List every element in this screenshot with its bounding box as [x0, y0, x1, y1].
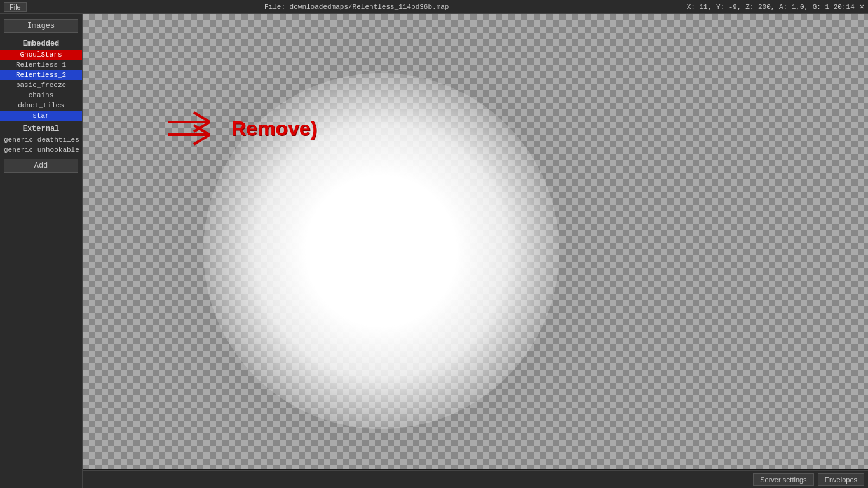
sidebar-item-relentless2[interactable]: Relentless_2: [0, 70, 82, 80]
sidebar-item-relentless1[interactable]: Relentless_1: [0, 60, 82, 70]
embedded-label: Embedded: [0, 39, 82, 48]
annotation: Remove): [165, 109, 317, 147]
envelopes-button[interactable]: Envelopes: [818, 473, 864, 486]
sidebar-item-generic-unhookable[interactable]: generic_unhookable: [0, 145, 82, 155]
close-button[interactable]: ✕: [860, 2, 864, 11]
arrow-icon: [165, 109, 229, 147]
sidebar-item-star[interactable]: star: [0, 111, 82, 121]
server-settings-button[interactable]: Server settings: [753, 473, 813, 486]
images-button[interactable]: Images: [4, 19, 78, 33]
titlebar-filename: File: downloadedmaps/Relentless_114bd36b…: [27, 3, 687, 11]
titlebar-coords: X: 11, Y: -9, Z: 200, A: 1,0, G: 1 20:14: [687, 3, 855, 11]
file-menu-button[interactable]: File: [4, 2, 27, 12]
sidebar: Images Embedded GhoulStars Relentless_1 …: [0, 14, 83, 488]
sidebar-item-ghoulstars[interactable]: GhoulStars: [0, 50, 82, 60]
remove-annotation-text: Remove): [231, 117, 317, 140]
canvas-area: Remove) Server settings Envelopes: [83, 14, 868, 488]
bottombar: Server settings Envelopes: [83, 470, 868, 488]
external-label: External: [0, 125, 82, 133]
sidebar-item-chains[interactable]: chains: [0, 90, 82, 100]
main-layout: Images Embedded GhoulStars Relentless_1 …: [0, 14, 868, 488]
add-button[interactable]: Add: [4, 159, 78, 173]
svg-line-5: [194, 135, 210, 144]
titlebar: File File: downloadedmaps/Relentless_114…: [0, 0, 868, 14]
sidebar-item-generic-deathtiles[interactable]: generic_deathtiles: [0, 135, 82, 145]
sidebar-item-ddnet-tiles[interactable]: ddnet_tiles: [0, 100, 82, 111]
sidebar-item-basic-freeze[interactable]: basic_freeze: [0, 80, 82, 90]
section-divider: [0, 121, 82, 123]
svg-line-1: [194, 112, 210, 122]
